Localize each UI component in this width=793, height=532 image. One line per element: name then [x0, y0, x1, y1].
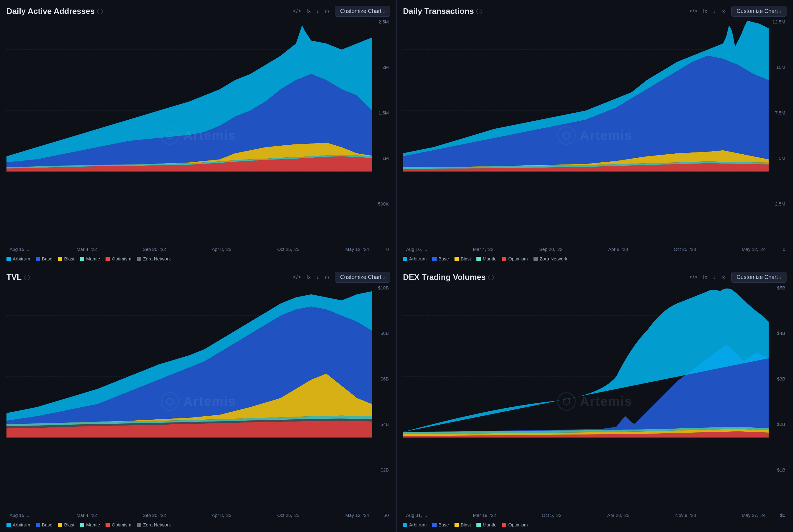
chart-svg-2: [403, 19, 769, 172]
x-axis-4: Aug 31, ... Mar 19, '22 Oct 5, '22 Apr 2…: [403, 509, 769, 518]
code-icon-4[interactable]: </>: [689, 274, 697, 281]
camera-icon-1[interactable]: ⊙: [325, 8, 329, 15]
fx-icon-1[interactable]: fx: [306, 8, 311, 15]
y-axis-3: $10B $8B $6B $4B $2B $0: [372, 285, 390, 518]
title-area-3: TVL i: [6, 272, 30, 282]
camera-icon-4[interactable]: ⊙: [721, 274, 726, 281]
legend-item-optimism-4[interactable]: Optimism: [502, 522, 528, 527]
chart-area-4: ⬡ Artemis $5B $4B $3B $2B $1B: [403, 285, 787, 518]
x-axis-2: Aug 16, ... Mar 4, '22 Sep 20, '22 Apr 8…: [403, 243, 769, 252]
chart-svg-1: [6, 19, 372, 172]
chart-header-2: Daily Transactions i </> fx ↓ ⊙ Customiz…: [403, 6, 787, 17]
legend-item-blast-3[interactable]: Blast: [58, 522, 74, 527]
chart-header-4: DEX Trading Volumes i </> fx ↓ ⊙ Customi…: [403, 272, 787, 283]
legend-item-mantle-3[interactable]: Mantle: [80, 522, 100, 527]
panel-tvl: TVL i </> fx ↓ ⊙ Customize Chart › ⬡ Art…: [0, 266, 396, 532]
chart-header-1: Daily Active Addresses i </> fx ↓ ⊙ Cust…: [6, 6, 390, 17]
chart-actions-1: </> fx ↓ ⊙ Customize Chart ›: [293, 6, 390, 17]
chart-title-2: Daily Transactions: [403, 6, 474, 16]
chevron-icon-4: ›: [780, 275, 781, 280]
info-icon-3[interactable]: i: [24, 274, 30, 280]
chevron-icon-3: ›: [383, 275, 385, 280]
legend-item-blast-4[interactable]: Blast: [454, 522, 471, 527]
y-axis-1: 2.5M 2M 1.5M 1M 500K 0: [372, 19, 390, 252]
x-axis-1: Aug 16, ... Mar 4, '22 Sep 20, '22 Apr 8…: [6, 243, 372, 252]
legend-item-mantle-1[interactable]: Mantle: [80, 256, 100, 261]
fx-icon-3[interactable]: fx: [306, 274, 311, 281]
title-area-4: DEX Trading Volumes i: [403, 272, 494, 282]
chart-area-3: ⬡ Artemis $10B $8B $6B $: [6, 285, 390, 518]
chevron-icon-2: ›: [780, 9, 781, 14]
legend-item-optimism-2[interactable]: Optimism: [502, 256, 528, 261]
download-icon-4[interactable]: ↓: [713, 274, 716, 281]
legend-item-optimism-1[interactable]: Optimism: [105, 256, 131, 261]
code-icon-1[interactable]: </>: [293, 8, 301, 15]
legend-item-mantle-2[interactable]: Mantle: [477, 256, 497, 261]
legend-item-blast-1[interactable]: Blast: [58, 256, 74, 261]
chart-area-1: ⬡ Artemis 2.5M 2M: [6, 19, 390, 252]
customize-button-4[interactable]: Customize Chart ›: [731, 272, 787, 283]
legend-item-arbitrum-4[interactable]: Arbitrum: [403, 522, 427, 527]
legend-1: Arbitrum Base Blast Mantle Optimism Zora…: [6, 254, 390, 261]
legend-item-arbitrum-1[interactable]: Arbitrum: [6, 256, 30, 261]
x-axis-3: Aug 16, ... Mar 4, '22 Sep 20, '22 Apr 8…: [6, 509, 372, 518]
download-icon-2[interactable]: ↓: [713, 8, 716, 15]
title-area-1: Daily Active Addresses i: [6, 6, 103, 16]
legend-4: Arbitrum Base Blast Mantle Optimism: [403, 520, 787, 527]
legend-item-mantle-4[interactable]: Mantle: [477, 522, 497, 527]
legend-item-arbitrum-3[interactable]: Arbitrum: [6, 522, 30, 527]
legend-item-arbitrum-2[interactable]: Arbitrum: [403, 256, 427, 261]
info-icon-4[interactable]: i: [488, 274, 494, 280]
chart-actions-3: </> fx ↓ ⊙ Customize Chart ›: [293, 272, 390, 283]
legend-item-zora-2[interactable]: Zora Network: [534, 256, 567, 261]
chart-actions-2: </> fx ↓ ⊙ Customize Chart ›: [689, 6, 787, 17]
chart-svg-3: [6, 285, 372, 438]
panel-daily-active-addresses: Daily Active Addresses i </> fx ↓ ⊙ Cust…: [0, 0, 396, 266]
chart-actions-4: </> fx ↓ ⊙ Customize Chart ›: [689, 272, 787, 283]
title-area-2: Daily Transactions i: [403, 6, 482, 16]
chevron-icon-1: ›: [383, 9, 385, 14]
chart-header-3: TVL i </> fx ↓ ⊙ Customize Chart ›: [6, 272, 390, 283]
camera-icon-2[interactable]: ⊙: [721, 8, 726, 15]
code-icon-2[interactable]: </>: [689, 8, 697, 15]
download-icon-3[interactable]: ↓: [316, 274, 319, 281]
legend-item-zora-3[interactable]: Zora Network: [137, 522, 171, 527]
y-axis-4: $5B $4B $3B $2B $1B $0: [769, 285, 787, 518]
fx-icon-4[interactable]: fx: [703, 274, 707, 281]
panel-dex-trading-volumes: DEX Trading Volumes i </> fx ↓ ⊙ Customi…: [396, 266, 793, 532]
camera-icon-3[interactable]: ⊙: [325, 274, 329, 281]
customize-button-2[interactable]: Customize Chart ›: [731, 6, 787, 17]
fx-icon-2[interactable]: fx: [703, 8, 707, 15]
chart-title-4: DEX Trading Volumes: [403, 272, 486, 282]
info-icon-1[interactable]: i: [97, 8, 103, 14]
legend-item-base-1[interactable]: Base: [36, 256, 53, 261]
chart-title-1: Daily Active Addresses: [6, 6, 95, 16]
download-icon-1[interactable]: ↓: [316, 8, 319, 15]
panel-daily-transactions: Daily Transactions i </> fx ↓ ⊙ Customiz…: [396, 0, 793, 266]
legend-item-optimism-3[interactable]: Optimism: [105, 522, 131, 527]
code-icon-3[interactable]: </>: [293, 274, 301, 281]
chart-svg-4: [403, 285, 769, 438]
legend-item-blast-2[interactable]: Blast: [454, 256, 471, 261]
legend-item-base-3[interactable]: Base: [36, 522, 53, 527]
legend-item-base-4[interactable]: Base: [432, 522, 449, 527]
customize-button-3[interactable]: Customize Chart ›: [335, 272, 390, 283]
legend-2: Arbitrum Base Blast Mantle Optimism Zora…: [403, 254, 787, 261]
chart-title-3: TVL: [6, 272, 22, 282]
chart-area-2: ⬡ Artemis 12.5M 10M 7.5M 5M 2.5M: [403, 19, 787, 252]
customize-button-1[interactable]: Customize Chart ›: [335, 6, 390, 17]
legend-item-base-2[interactable]: Base: [432, 256, 449, 261]
legend-3: Arbitrum Base Blast Mantle Optimism Zora…: [6, 520, 390, 527]
y-axis-2: 12.5M 10M 7.5M 5M 2.5M 0: [769, 19, 787, 252]
legend-item-zora-1[interactable]: Zora Network: [137, 256, 171, 261]
info-icon-2[interactable]: i: [477, 8, 482, 14]
